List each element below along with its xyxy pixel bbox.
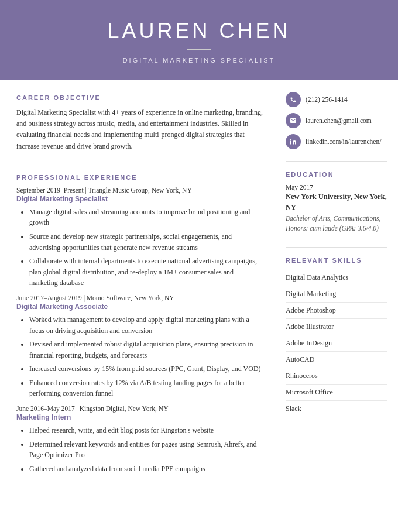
career-objective-section: CAREER OBJECTIVE Digital Marketing Speci… [16, 94, 263, 152]
skill-item: Digital Marketing [286, 286, 387, 303]
list-item: Worked with management to develop and ap… [29, 314, 263, 336]
candidate-name: LAUREN CHEN [12, 19, 386, 43]
linkedin-icon [286, 134, 301, 149]
phone-text: (212) 256-1414 [306, 96, 348, 103]
job-1-header: September 2019–Present | Triangle Music … [16, 187, 263, 194]
list-item: Enhanced conversion rates by 12% via A/B… [29, 377, 263, 399]
list-item: Devised and implemented robust digital a… [29, 339, 263, 361]
contact-section: (212) 256-1414 lauren.chen@gmail.com [286, 92, 387, 149]
resume-container: LAUREN CHEN DIGITAL MARKETING SPECIALIST… [0, 0, 398, 532]
career-objective-text: Digital Marketing Specialist with 4+ yea… [16, 107, 263, 152]
right-divider-2 [286, 247, 387, 248]
list-item: Collaborate with internal departments to… [29, 256, 263, 289]
experience-section: PROFESSIONAL EXPERIENCE September 2019–P… [16, 174, 263, 475]
right-divider-1 [286, 161, 387, 162]
job-3-title: Marketing Intern [16, 413, 263, 421]
skill-item: Rhinoceros [286, 368, 387, 385]
list-item: Helped research, write, and edit blog po… [29, 425, 263, 436]
job-2-bullets: Worked with management to develop and ap… [16, 314, 263, 399]
skill-item: Adobe Illustrator [286, 319, 387, 335]
experience-title: PROFESSIONAL EXPERIENCE [16, 174, 263, 181]
header: LAUREN CHEN DIGITAL MARKETING SPECIALIST [0, 0, 398, 80]
header-divider [187, 49, 211, 50]
job-2: June 2017–August 2019 | Momo Software, N… [16, 294, 263, 399]
job-2-title: Digital Marketing Associate [16, 303, 263, 311]
skills-section: RELEVANT SKILLS Digital Data Analytics D… [286, 257, 387, 417]
job-3-bullets: Helped research, write, and edit blog po… [16, 425, 263, 474]
job-3-header: June 2016–May 2017 | Kingston Digital, N… [16, 405, 263, 412]
contact-linkedin: linkedin.com/in/laurenchen/ [286, 134, 387, 149]
job-1-title: Digital Marketing Specialist [16, 195, 263, 203]
skill-item: Microsoft Office [286, 385, 387, 401]
right-column: (212) 256-1414 lauren.chen@gmail.com [275, 80, 398, 431]
list-item: Manage digital sales and streaming accou… [29, 207, 263, 228]
edu-school: New York University, New York, NY [286, 192, 387, 212]
job-1-bullets: Manage digital sales and streaming accou… [16, 207, 263, 289]
skill-item: Digital Data Analytics [286, 270, 387, 286]
email-text: lauren.chen@gmail.com [306, 117, 372, 124]
list-item: Gathered and analyzed data from social m… [29, 464, 263, 475]
list-item: Increased conversions by 15% from paid s… [29, 363, 263, 375]
edu-detail: Bachelor of Arts, Communications, Honors… [286, 214, 387, 234]
list-item: Determined relevant keywords and entitie… [29, 439, 263, 461]
job-3: June 2016–May 2017 | Kingston Digital, N… [16, 405, 263, 474]
section-divider-1 [16, 164, 263, 164]
body: CAREER OBJECTIVE Digital Marketing Speci… [0, 80, 398, 494]
candidate-title: DIGITAL MARKETING SPECIALIST [12, 57, 386, 64]
skill-item: Adobe Photoshop [286, 303, 387, 319]
contact-phone: (212) 256-1414 [286, 92, 387, 107]
linkedin-text: linkedin.com/in/laurenchen/ [306, 138, 381, 145]
job-1: September 2019–Present | Triangle Music … [16, 187, 263, 289]
skill-item: Slack [286, 401, 387, 417]
phone-icon [286, 92, 301, 107]
contact-email: lauren.chen@gmail.com [286, 113, 387, 128]
skill-item: AutoCAD [286, 352, 387, 368]
career-objective-title: CAREER OBJECTIVE [16, 94, 263, 101]
education-section: EDUCATION May 2017 New York University, … [286, 171, 387, 234]
skills-title: RELEVANT SKILLS [286, 257, 387, 264]
left-column: CAREER OBJECTIVE Digital Marketing Speci… [0, 80, 275, 494]
skill-item: Adobe InDesign [286, 335, 387, 352]
list-item: Source and develop new strategic partner… [29, 231, 263, 253]
education-title: EDUCATION [286, 171, 387, 178]
edu-date: May 2017 [286, 184, 387, 191]
email-icon [286, 113, 301, 128]
job-2-header: June 2017–August 2019 | Momo Software, N… [16, 294, 263, 301]
